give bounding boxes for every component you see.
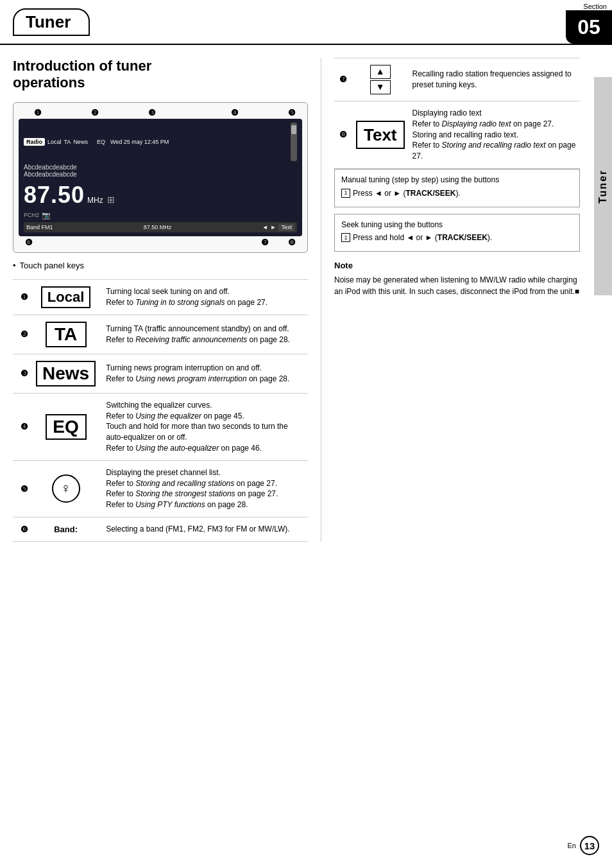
diagram-radio-badge: Radio	[24, 138, 45, 146]
section-label: Section	[583, 0, 612, 10]
key-icon-5: ♀	[31, 460, 101, 517]
key-icon-1: Local	[31, 279, 101, 315]
step-badge-1: 1	[341, 189, 350, 198]
key-icon-4: EQ	[31, 393, 101, 460]
left-column: Introduction of tuner operations ❶ ❷ ❸ ❹…	[13, 58, 308, 542]
diagram-text-line1: Abcdeabcdeabcde Abcdeabcdeabcde	[24, 164, 297, 178]
table-row: ❽ Text Displaying radio text Refer to Di…	[334, 101, 580, 169]
diagram-datetime: Wed 25 may 12:45 PM	[110, 139, 169, 145]
key-number-6: ❻	[13, 517, 31, 541]
table-row: ❶ Local Turning local seek tuning on and…	[13, 279, 308, 315]
text-icon-box: Text	[356, 121, 405, 149]
callout-8: ❽	[288, 238, 296, 247]
keys-table: ❶ Local Turning local seek tuning on and…	[13, 279, 308, 542]
diagram-frequency: 87.50	[24, 182, 85, 209]
diagram-scroll-thumb	[291, 125, 296, 134]
up-arrow-btn: ▲	[370, 65, 391, 79]
key-desc-6: Selecting a band (FM1, FM2, FM3 for FM o…	[101, 517, 308, 541]
callout-3: ❸	[148, 108, 156, 117]
seek-tuning-step-text: Press and hold ◄ or ► (TRACK/SEEK).	[353, 232, 492, 243]
diagram-nav-buttons: ◄ ► Text	[262, 223, 294, 231]
section-number: 05	[566, 10, 612, 44]
diagram-local-label: Local	[47, 139, 62, 145]
table-row: ❹ EQ Switching the equalizer curves. Ref…	[13, 393, 308, 460]
diagram-inner: Radio Local TA News EQ Wed 25 may 12:45 …	[19, 119, 302, 236]
callout-7: ❼	[261, 238, 269, 247]
title-line1: Introduction of tuner	[13, 58, 151, 74]
right-column: ❼ ▲ ▼ Recalling radio station frequencie…	[334, 58, 599, 542]
eq-icon-text: EQ	[53, 417, 78, 437]
down-arrow-btn: ▼	[370, 80, 391, 94]
right-key-icon-7: ▲ ▼	[352, 58, 409, 101]
right-key-desc-8: Displaying radio text Refer to Displayin…	[409, 101, 580, 169]
diagram-bottom-bar: Band FM1 87.50 MHz ◄ ► Text	[24, 222, 297, 232]
diagram-ta-label: TA	[64, 139, 71, 145]
callout-1: ❶	[34, 108, 42, 117]
key-icon-6: Band:	[31, 517, 101, 541]
note-title: Note	[334, 261, 580, 270]
diagram-band-fm1: Band FM1	[26, 224, 53, 230]
manual-tuning-title: Manual tuning (step by step) using the b…	[341, 175, 573, 186]
table-row: ❻ Band: Selecting a band (FM1, FM2, FM3 …	[13, 517, 308, 541]
diagram-frequency-row: 87.50 MHz ⊞	[24, 179, 297, 211]
seek-tuning-box: Seek tuning using the buttons 1 Press an…	[334, 214, 580, 252]
right-keys-table: ❼ ▲ ▼ Recalling radio station frequencie…	[334, 58, 580, 169]
key-number-3: ❸	[13, 354, 31, 393]
left-arrow-icon: ◄	[262, 224, 268, 230]
touch-panel-text: Touch panel keys	[20, 261, 84, 270]
key-desc-2: Turning TA (traffic announcement standby…	[101, 315, 308, 354]
arrow-icon-box: ▲ ▼	[356, 65, 405, 94]
key-desc-4: Switching the equalizer curves. Refer to…	[101, 393, 308, 460]
key-icon-2: TA	[31, 315, 101, 354]
manual-tuning-box: Manual tuning (step by step) using the b…	[334, 169, 580, 207]
right-arrow-icon: ►	[271, 224, 276, 230]
seek-tuning-title: Seek tuning using the buttons	[341, 220, 573, 230]
manual-tuning-step: 1 Press ◄ or ► (TRACK/SEEK).	[341, 188, 573, 199]
callout-2: ❷	[91, 108, 99, 117]
tuner-icon: ⊞	[107, 195, 115, 205]
page-header: Tuner Section 05	[0, 0, 612, 45]
header-title-box: Tuner	[0, 0, 561, 44]
diagram-top-row: Radio Local TA News EQ Wed 25 may 12:45 …	[24, 123, 297, 161]
key-icon-3: News	[31, 354, 101, 393]
callout-6: ❻	[25, 238, 33, 247]
footer-page-number: 13	[580, 836, 599, 855]
table-row: ❷ TA Turning TA (traffic announcement st…	[13, 315, 308, 354]
section-badge-area: Section 05	[561, 0, 612, 44]
key-desc-5: Displaying the preset channel list. Refe…	[101, 460, 308, 517]
key-number-5: ❺	[13, 460, 31, 517]
key-desc-1: Turning local seek tuning on and off. Re…	[101, 279, 308, 315]
search-icon-box: ♀	[52, 474, 80, 503]
note-text: Noise may be generated when listening to…	[334, 274, 580, 297]
table-row: ❸ News Turning news program interruption…	[13, 354, 308, 393]
key-number-4: ❹	[13, 393, 31, 460]
diagram-freq-bottom: 87.50 MHz	[144, 224, 172, 230]
page-title-block: Introduction of tuner operations	[13, 58, 308, 92]
key-desc-3: Turning news program interruption on and…	[101, 354, 308, 393]
news-icon-text: News	[42, 363, 89, 384]
right-key-desc-7: Recalling radio station frequencies assi…	[409, 58, 580, 101]
device-diagram: ❶ ❷ ❸ ❹ ❺ Radio Local TA News EQ Wed 25 …	[13, 102, 308, 253]
seek-tuning-step: 1 Press and hold ◄ or ► (TRACK/SEEK).	[341, 232, 573, 243]
right-key-icon-8: Text	[352, 101, 409, 169]
text-icon-label: Text	[364, 125, 397, 144]
title-line2: operations	[13, 74, 85, 91]
diagram-mhz: MHz	[87, 196, 103, 205]
key-number-1: ❶	[13, 279, 31, 315]
bottom-callouts: ❻ ❼ ❽	[19, 236, 302, 247]
band-label: Band:	[54, 525, 78, 534]
diagram-pch2: PCH2 📷	[24, 211, 297, 220]
step-badge-2: 1	[341, 233, 350, 242]
footer-en-label: En	[568, 842, 576, 849]
local-icon-text: Local	[47, 289, 84, 306]
ta-icon-text: TA	[55, 324, 77, 345]
diagram-news-label: News	[73, 139, 88, 145]
manual-tuning-step-text: Press ◄ or ► (TRACK/SEEK).	[353, 188, 461, 199]
note-section: Note Noise may be generated when listeni…	[334, 261, 580, 297]
eq-icon-box: EQ	[46, 414, 87, 440]
main-content: Introduction of tuner operations ❶ ❷ ❸ ❹…	[0, 45, 612, 555]
right-key-number-8: ❽	[334, 101, 352, 169]
column-separator	[321, 58, 321, 542]
sidebar-label: Tuner	[594, 77, 612, 295]
page-title: Tuner	[13, 8, 90, 36]
